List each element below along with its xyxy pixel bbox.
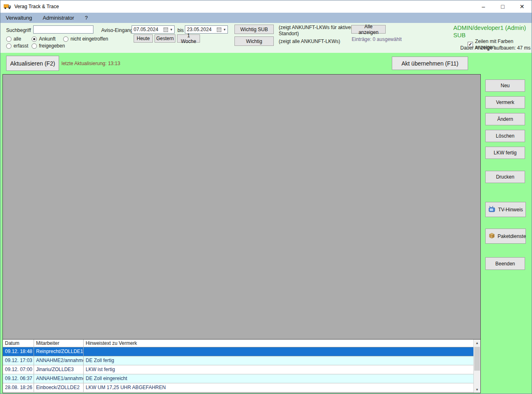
scroll-down-icon[interactable]: ▼ — [474, 386, 480, 393]
cell-mitarbeiter: Einboeck/ZOLLDE2 — [34, 383, 84, 392]
scroll-up-icon[interactable]: ▲ — [474, 340, 480, 346]
table-row[interactable]: 09.12. 07:00 Jinariu/ZOLLDE3 LKW ist fer… — [3, 365, 473, 374]
filter-toolbar: Suchbegriff alle Ankunft nicht eingetrof… — [0, 23, 532, 53]
last-refresh-status: letzte Aktualisierung: 13:13 — [61, 61, 120, 66]
table-row[interactable]: 09.12. 18:48 Reinprecht/ZOLLDE1 — [3, 347, 473, 356]
menu-verwaltung[interactable]: Verwaltung — [0, 13, 37, 23]
app-window: Verag Track & Trace – □ ✕ Verwaltung Adm… — [0, 0, 532, 394]
radio-freigegeben[interactable]: freigegeben — [32, 43, 65, 49]
cell-datum: 28.08. 18:26 — [3, 383, 34, 392]
eintraege-status: Einträge: 0 ausgewählt — [352, 36, 402, 42]
radio-circle[interactable] — [63, 36, 68, 42]
table-row[interactable]: 09.12. 06:37 ANNAHME1/annahme1 DE Zoll e… — [3, 374, 473, 383]
gestern-button[interactable]: Gestern — [155, 34, 175, 43]
table-row[interactable]: 09.12. 17:03 ANNAHME2/annahme2 DE Zoll f… — [3, 356, 473, 365]
aktualisieren-button[interactable]: Aktualisieren (F2) — [6, 56, 59, 71]
action-bar: Aktualisieren (F2) letzte Aktualisierung… — [0, 53, 532, 74]
akt-uebernehmen-button[interactable]: Akt übernehmen (F11) — [392, 57, 468, 70]
beenden-button[interactable]: Beenden — [485, 257, 525, 270]
logged-in-user: ADMIN/developer1 (Admin) SUB — [453, 24, 526, 39]
calendar-icon[interactable] — [217, 27, 221, 32]
aendern-button[interactable]: Ändern — [485, 113, 525, 125]
list-area-empty — [3, 75, 480, 339]
table-scrollbar[interactable]: ▲ ▼ — [473, 340, 480, 393]
menu-help[interactable]: ? — [80, 13, 93, 23]
tv-icon — [489, 206, 496, 213]
cell-mitarbeiter: Jinariu/ZOLLDE3 — [34, 365, 84, 374]
wichtig-sub-caption: (zeigt ANKUNFT-LKWs für aktiven Standort… — [279, 25, 363, 37]
radio-nicht-eingetroffen[interactable]: nicht eingetroffen — [63, 36, 108, 42]
heute-button[interactable]: Heute — [134, 34, 153, 43]
minimize-button[interactable]: – — [474, 0, 493, 13]
neu-button[interactable]: Neu — [485, 79, 525, 92]
chevron-down-icon[interactable]: ▼ — [170, 28, 173, 32]
wichtig-sub-button[interactable]: Wichtig SUB — [234, 25, 274, 34]
date-to-picker[interactable]: 23.05.2024 ▼ — [185, 25, 228, 34]
cell-hinweistext: DE Zoll eingereicht — [84, 374, 473, 383]
vermerk-table: Datum Mitarbeiter Hinweistext zu Vermerk… — [3, 339, 480, 393]
maximize-button[interactable]: □ — [493, 0, 512, 13]
scrollbar-thumb[interactable] — [474, 347, 480, 371]
menubar: Verwaltung Administrator ? — [0, 13, 532, 23]
drucken-button[interactable]: Drucken — [485, 171, 525, 183]
cell-hinweistext: LKW ist fertig — [84, 365, 473, 374]
cell-datum: 09.12. 17:03 — [3, 356, 34, 365]
paketdienste-button[interactable]: Paketdienste — [485, 229, 526, 244]
menu-administrator[interactable]: Administrator — [37, 13, 80, 23]
aviso-eingang-label: Aviso-Eingang — [101, 27, 133, 33]
cell-mitarbeiter: ANNAHME1/annahme1 — [34, 374, 84, 383]
cell-datum: 09.12. 06:37 — [3, 374, 34, 383]
lkw-fertig-button[interactable]: LKW fertig — [485, 147, 525, 159]
radio-ankunft[interactable]: Ankunft — [32, 36, 56, 42]
package-icon — [489, 233, 495, 240]
column-header-hinweistext[interactable]: Hinweistext zu Vermerk — [84, 340, 473, 347]
column-header-mitarbeiter[interactable]: Mitarbeiter — [34, 340, 84, 347]
sidebar: Neu Vermerk Ändern Löschen LKW fertig Dr… — [481, 74, 532, 394]
date-from-picker[interactable]: 07.05.2024 ▼ — [132, 25, 175, 34]
table-row[interactable]: 28.08. 18:26 Einboeck/ZOLLDE2 LKW UM 17,… — [3, 383, 473, 392]
cell-hinweistext: DE Zoll fertig — [84, 356, 473, 365]
close-button[interactable]: ✕ — [512, 0, 532, 13]
titlebar: Verag Track & Trace – □ ✕ — [0, 0, 532, 13]
table-header: Datum Mitarbeiter Hinweistext zu Vermerk — [3, 340, 473, 347]
cell-mitarbeiter: Reinprecht/ZOLLDE1 — [34, 347, 84, 356]
bis-label: bis — [177, 27, 184, 33]
chevron-down-icon[interactable]: ▼ — [223, 28, 226, 32]
search-label: Suchbegriff — [6, 27, 31, 33]
content-panel: Datum Mitarbeiter Hinweistext zu Vermerk… — [2, 74, 481, 393]
window-title: Verag Track & Trace — [14, 4, 59, 9]
cell-datum: 09.12. 18:48 — [3, 347, 34, 356]
calendar-icon[interactable] — [164, 27, 168, 32]
loeschen-button[interactable]: Löschen — [485, 130, 525, 142]
wichtig-button[interactable]: Wichtig — [234, 36, 274, 46]
radio-circle[interactable] — [6, 43, 11, 49]
tv-hinweis-button[interactable]: TV-Hinweis — [485, 202, 526, 217]
main-area: Datum Mitarbeiter Hinweistext zu Vermerk… — [0, 74, 532, 394]
cell-hinweistext — [84, 347, 473, 356]
cell-mitarbeiter: ANNAHME2/annahme2 — [34, 356, 84, 365]
column-header-datum[interactable]: Datum — [3, 340, 34, 347]
radio-circle[interactable] — [32, 36, 37, 42]
radio-alle[interactable]: alle — [6, 36, 21, 42]
radio-circle[interactable] — [32, 43, 37, 49]
date-from-value: 07.05.2024 — [134, 27, 164, 32]
radio-erfasst[interactable]: erfasst — [6, 43, 28, 49]
truck-app-icon — [4, 4, 11, 9]
search-input[interactable] — [33, 25, 93, 34]
cell-datum: 09.12. 07:00 — [3, 365, 34, 374]
radio-circle[interactable] — [6, 36, 11, 42]
cell-hinweistext: LKW UM 17,25 UHR ABGEFAHREN — [84, 383, 473, 392]
alle-anzeigen-button[interactable]: Alle anzeigen — [351, 25, 386, 34]
vermerk-button[interactable]: Vermerk — [485, 96, 525, 109]
dauer-anzeige-status: Dauer Anzeige aufbauen: 47 ms — [460, 45, 530, 51]
woche-button[interactable]: 1 Woche — [177, 34, 200, 43]
date-to-value: 23.05.2024 — [187, 27, 217, 32]
